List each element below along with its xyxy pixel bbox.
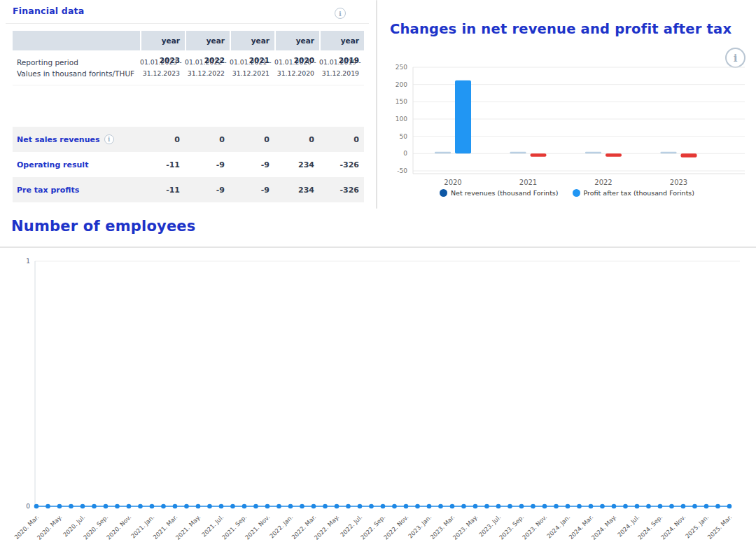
y-tick-label: 250 — [396, 64, 407, 71]
bar-profit-after-tax-2021[interactable] — [531, 153, 547, 157]
employees-point[interactable] — [566, 504, 570, 509]
employees-point[interactable] — [219, 504, 224, 509]
employees-point[interactable] — [600, 504, 605, 509]
employees-point[interactable] — [127, 504, 132, 509]
employees-point[interactable] — [404, 504, 409, 509]
employees-point[interactable] — [669, 504, 674, 509]
legend-item-profit-after-tax[interactable]: Profit after tax (thousand Forints) — [573, 189, 695, 197]
employees-point[interactable] — [496, 504, 501, 509]
employees-point[interactable] — [288, 504, 293, 509]
employees-point[interactable] — [415, 504, 420, 509]
cell-value: -9 — [185, 160, 230, 169]
employees-point[interactable] — [531, 504, 536, 509]
employees-point[interactable] — [554, 504, 559, 509]
y-tick-label: -50 — [397, 167, 407, 174]
bar-profit-after-tax-2023[interactable] — [681, 153, 697, 157]
employees-point[interactable] — [484, 504, 489, 509]
employees-point[interactable] — [681, 504, 686, 509]
cell-value: 234 — [274, 186, 319, 195]
legend-label: Profit after tax (thousand Forints) — [584, 189, 695, 197]
employees-point[interactable] — [138, 504, 143, 509]
cell-value: 0 — [319, 135, 364, 144]
bar-net-revenues-2023[interactable] — [661, 152, 677, 154]
employees-chart-svg: 102020. Mar.2020. May.2020. Jul.2020. Se… — [0, 252, 756, 549]
employees-point[interactable] — [346, 504, 351, 509]
employees-point[interactable] — [358, 504, 363, 509]
bar-net-revenues-2020[interactable] — [435, 152, 451, 154]
bar-profit-after-tax-2020[interactable] — [455, 81, 471, 154]
employees-point[interactable] — [230, 504, 235, 509]
x-tick-label: 2023. Nov. — [521, 513, 548, 541]
period-2022: 01.01.2022 - 31.12.2022 — [185, 57, 230, 79]
employees-point[interactable] — [692, 504, 697, 509]
cell-value: -9 — [230, 160, 274, 169]
employees-point[interactable] — [312, 504, 316, 509]
employees-point[interactable] — [104, 504, 108, 509]
financial-table-header-row: year 2023 year 2022 year 2021 year 2020 … — [13, 31, 364, 50]
employees-point[interactable] — [577, 504, 582, 509]
bar-profit-after-tax-2022[interactable] — [606, 153, 622, 157]
employees-point[interactable] — [658, 504, 663, 509]
panel-separator — [376, 0, 377, 209]
employees-point[interactable] — [612, 504, 617, 509]
employees-point[interactable] — [207, 504, 212, 509]
employees-point[interactable] — [115, 504, 120, 509]
employees-point[interactable] — [392, 504, 397, 509]
employees-point[interactable] — [369, 504, 374, 509]
employees-point[interactable] — [473, 504, 478, 509]
employees-point[interactable] — [519, 504, 524, 509]
employees-point[interactable] — [589, 504, 594, 509]
bar-net-revenues-2022[interactable] — [585, 152, 601, 154]
employees-point[interactable] — [300, 504, 304, 509]
employees-point[interactable] — [623, 504, 628, 509]
x-tick-label: 2024. May. — [590, 513, 618, 541]
employees-point[interactable] — [646, 504, 651, 509]
legend-item-net-revenues[interactable]: Net revenues (thousand Forints) — [440, 189, 559, 197]
employees-point[interactable] — [461, 504, 466, 509]
employees-point[interactable] — [57, 504, 62, 509]
employees-point[interactable] — [438, 504, 443, 509]
employees-point[interactable] — [92, 504, 97, 509]
employees-point[interactable] — [184, 504, 189, 509]
cell-value: 0 — [274, 135, 319, 144]
employees-point[interactable] — [704, 504, 709, 509]
x-category-label: 2023 — [670, 179, 687, 186]
row-label: Net sales revenues — [17, 135, 100, 144]
period-2020: 01.01.2020 - 31.12.2020 — [274, 57, 319, 79]
employees-point[interactable] — [715, 504, 720, 509]
employees-point[interactable] — [381, 504, 386, 509]
info-icon[interactable]: i — [335, 8, 346, 19]
employees-point[interactable] — [196, 504, 201, 509]
x-category-label: 2021 — [519, 179, 537, 186]
employees-point[interactable] — [323, 504, 328, 509]
employees-point[interactable] — [161, 504, 166, 509]
employees-point[interactable] — [253, 504, 258, 509]
employees-point[interactable] — [335, 504, 340, 509]
employees-point[interactable] — [80, 504, 85, 509]
employees-point[interactable] — [507, 504, 512, 509]
employees-point[interactable] — [34, 504, 39, 509]
financial-data-title: Financial data — [13, 6, 84, 16]
employees-point[interactable] — [150, 504, 155, 509]
employees-point[interactable] — [427, 504, 432, 509]
employees-point[interactable] — [46, 504, 50, 509]
y-tick-label: 0 — [403, 150, 407, 157]
employees-point[interactable] — [276, 504, 281, 509]
header-year-2022: year 2022 — [185, 31, 230, 50]
revenue-chart-svg: 250200150100500-502020202120222023 — [378, 62, 756, 188]
y-tick-label: 100 — [396, 116, 407, 123]
employees-point[interactable] — [265, 504, 270, 509]
employees-line-chart: 102020. Mar.2020. May.2020. Jul.2020. Se… — [0, 252, 756, 549]
employees-point[interactable] — [173, 504, 178, 509]
bar-net-revenues-2021[interactable] — [510, 152, 526, 154]
revenue-chart-legend: Net revenues (thousand Forints) Profit a… — [378, 189, 756, 197]
employees-point[interactable] — [242, 504, 247, 509]
x-tick-label: 2024. Nov. — [659, 513, 687, 541]
employees-point[interactable] — [542, 504, 547, 509]
employees-point[interactable] — [69, 504, 74, 509]
employees-point[interactable] — [727, 504, 732, 509]
employees-point[interactable] — [450, 504, 455, 509]
y-tick-label: 50 — [400, 133, 408, 140]
info-icon[interactable]: i — [104, 134, 114, 144]
employees-point[interactable] — [635, 504, 640, 509]
